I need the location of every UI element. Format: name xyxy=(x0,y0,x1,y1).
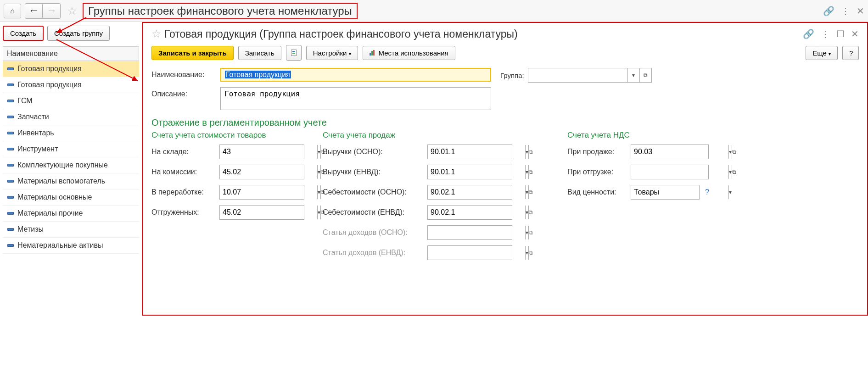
income-envd-combo[interactable]: ▾⧉ xyxy=(427,245,512,260)
forward-button[interactable]: 🡒 xyxy=(43,4,60,18)
top-bar: ⌂ 🡐 🡒 ☆ Группы настроек финансового учет… xyxy=(0,0,868,22)
expand-icon[interactable]: ⧉ xyxy=(528,206,533,219)
name-label: Наименование: xyxy=(151,68,220,79)
list-item[interactable]: Материалы основные xyxy=(3,189,139,206)
usage-button[interactable]: Места использования xyxy=(363,46,455,60)
list-item[interactable]: Готовая продукция xyxy=(3,77,139,93)
expand-icon[interactable]: ⧉ xyxy=(528,246,533,260)
help-button[interactable]: ? xyxy=(842,46,859,60)
save-close-button[interactable]: Записать и закрыть xyxy=(151,46,234,60)
chevron-down-icon[interactable]: ▾ xyxy=(317,206,320,219)
chevron-down-icon[interactable]: ▾ xyxy=(728,185,732,199)
vat-accounts-col: Счета учета НДС При продаже: ▾⧉ При отгр… xyxy=(567,131,709,205)
group-label: Группа: xyxy=(500,72,524,79)
chevron-down-icon[interactable]: ▾ xyxy=(728,165,732,179)
expand-icon[interactable]: ⧉ xyxy=(528,145,533,159)
cost-title: Счета учета стоимости товаров xyxy=(151,131,304,140)
chevron-down-icon[interactable]: ▾ xyxy=(525,226,528,239)
chevron-down-icon[interactable]: ▾ xyxy=(525,206,528,219)
rev-osno-combo[interactable]: ▾⧉ xyxy=(427,145,512,159)
form-panel: ☆ Готовая продукция (Группа настроек фин… xyxy=(142,22,868,316)
list-item[interactable]: Материалы вспомогатель xyxy=(3,173,139,189)
income-osno-combo[interactable]: ▾⧉ xyxy=(427,225,512,240)
link-icon[interactable]: 🔗 xyxy=(803,28,814,39)
close-icon[interactable]: ✕ xyxy=(851,28,859,39)
chevron-down-icon: ▾ xyxy=(829,51,831,56)
kebab-icon[interactable]: ⋮ xyxy=(821,28,830,39)
settings-dropdown[interactable]: Настройки ▾ xyxy=(306,46,358,60)
vat-title: Счета учета НДС xyxy=(567,131,709,140)
cost-envd-combo[interactable]: ▾⧉ xyxy=(427,205,512,220)
chevron-down-icon[interactable]: ▾ xyxy=(317,165,320,179)
toolbar: Записать и закрыть Записать Настройки ▾ … xyxy=(151,45,859,61)
vat-sale-combo[interactable]: ▾⧉ xyxy=(631,145,709,159)
close-icon[interactable]: ✕ xyxy=(857,6,864,17)
list-item[interactable]: ГСМ xyxy=(3,93,139,109)
cost-osno-combo[interactable]: ▾⧉ xyxy=(427,185,512,200)
page-title: Группы настроек финансового учета номенк… xyxy=(83,3,358,19)
commission-combo[interactable]: ▾⧉ xyxy=(219,165,304,179)
sales-accounts-col: Счета учета продаж Выручки (ОСНО): ▾⧉ Вы… xyxy=(323,131,512,266)
chevron-down-icon[interactable]: ▾ xyxy=(627,68,639,82)
chevron-down-icon[interactable]: ▾ xyxy=(728,145,732,159)
name-input[interactable]: Готовая продукция xyxy=(220,68,491,82)
save-button[interactable]: Записать xyxy=(238,46,281,60)
description-label: Описание: xyxy=(151,87,220,98)
chevron-down-icon[interactable]: ▾ xyxy=(525,165,528,179)
chevron-down-icon[interactable]: ▾ xyxy=(525,246,528,260)
vat-ship-combo[interactable]: ▾⧉ xyxy=(631,165,709,179)
kebab-icon[interactable]: ⋮ xyxy=(841,6,850,17)
list-item[interactable]: Инвентарь xyxy=(3,125,139,141)
list-item[interactable]: Нематериальные активы xyxy=(3,238,139,254)
create-group-button[interactable]: Создать группу xyxy=(47,26,110,41)
expand-icon[interactable]: ⧉ xyxy=(528,185,533,199)
maximize-icon[interactable]: ☐ xyxy=(836,28,845,39)
cost-accounts-col: Счета учета стоимости товаров На складе:… xyxy=(151,131,304,225)
chevron-down-icon[interactable]: ▾ xyxy=(317,185,320,199)
sidebar: Создать Создать группу Наименование Гото… xyxy=(0,22,142,316)
chevron-down-icon[interactable]: ▾ xyxy=(525,185,528,199)
expand-icon[interactable]: ⧉ xyxy=(732,165,736,179)
value-type-combo[interactable]: ▾ xyxy=(631,185,700,200)
link-icon[interactable]: 🔗 xyxy=(823,6,834,17)
star-icon[interactable]: ☆ xyxy=(151,28,162,40)
expand-icon[interactable]: ⧉ xyxy=(639,68,651,82)
section-title: Отражение в регламентированном учете xyxy=(151,117,859,128)
description-input[interactable] xyxy=(220,87,491,110)
expand-icon[interactable]: ⧉ xyxy=(732,145,736,159)
expand-icon[interactable]: ⧉ xyxy=(528,226,533,239)
list-header[interactable]: Наименование xyxy=(3,46,139,61)
sidebar-list: Готовая продукция Готовая продукция ГСМ … xyxy=(3,61,139,254)
expand-icon[interactable]: ⧉ xyxy=(528,165,533,179)
star-icon[interactable]: ☆ xyxy=(67,5,77,17)
back-button[interactable]: 🡐 xyxy=(25,4,43,18)
sales-title: Счета учета продаж xyxy=(323,131,512,140)
list-item[interactable]: Комплектующие покупные xyxy=(3,157,139,173)
chevron-down-icon: ▾ xyxy=(349,51,351,56)
help-icon[interactable]: ? xyxy=(705,188,709,196)
group-combo[interactable]: ▾ ⧉ xyxy=(528,68,652,83)
report-icon-button[interactable] xyxy=(286,45,302,61)
create-button[interactable]: Создать xyxy=(3,26,44,41)
processing-combo[interactable]: ▾⧉ xyxy=(219,185,304,200)
list-item[interactable]: Метизы xyxy=(3,222,139,238)
chevron-down-icon[interactable]: ▾ xyxy=(525,145,528,159)
chevron-down-icon[interactable]: ▾ xyxy=(317,145,320,159)
list-item[interactable]: Запчасти xyxy=(3,109,139,125)
form-title: Готовая продукция (Группа настроек финан… xyxy=(164,28,803,40)
warehouse-combo[interactable]: ▾⧉ xyxy=(219,145,304,159)
shipped-combo[interactable]: ▾⧉ xyxy=(219,205,304,220)
rev-envd-combo[interactable]: ▾⧉ xyxy=(427,165,512,179)
home-button[interactable]: ⌂ xyxy=(4,4,21,18)
list-item[interactable]: Материалы прочие xyxy=(3,206,139,222)
more-dropdown[interactable]: Еще ▾ xyxy=(806,46,838,60)
list-item[interactable]: Готовая продукция xyxy=(3,61,139,77)
list-item[interactable]: Инструмент xyxy=(3,141,139,157)
